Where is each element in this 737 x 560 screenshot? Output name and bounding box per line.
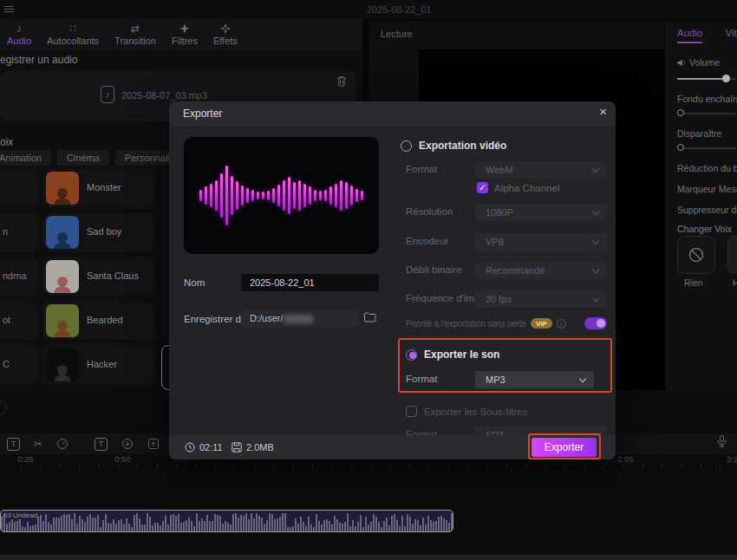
dialog-waveform bbox=[184, 137, 379, 254]
lossless-toggle[interactable] bbox=[584, 317, 607, 329]
lossless-priority-row: Priorité à l'exportation sans perte VIP … bbox=[406, 317, 607, 329]
encoder-label: Encodeur bbox=[406, 236, 448, 246]
video-export-radio-row[interactable]: Exportation vidéo bbox=[401, 140, 506, 152]
close-icon[interactable]: × bbox=[599, 104, 607, 119]
radio-unselected-icon[interactable] bbox=[401, 140, 412, 152]
chevron-down-icon bbox=[592, 238, 599, 244]
duration-meta: 02:11 bbox=[185, 442, 223, 453]
save-disk-icon bbox=[232, 442, 242, 453]
chevron-down-icon bbox=[592, 166, 599, 173]
checkbox-checked-icon[interactable]: ✓ bbox=[477, 182, 488, 193]
format-label: Format bbox=[406, 164, 437, 174]
vip-badge: VIP bbox=[531, 318, 552, 329]
folder-icon[interactable] bbox=[364, 312, 376, 322]
name-label: Nom bbox=[184, 277, 205, 288]
export-button[interactable]: Exporter bbox=[532, 438, 597, 457]
info-icon[interactable]: i bbox=[557, 319, 566, 329]
radio-selected-icon[interactable] bbox=[406, 349, 417, 361]
name-input[interactable] bbox=[241, 274, 379, 291]
app-window: 2025-08-22_01 ♪Audio ∷Autocollants ⇄Tran… bbox=[0, 0, 737, 560]
dialog-footer: 02:11 2.0MB Exporter bbox=[169, 435, 616, 459]
subtitle-export-row[interactable]: Exporter les Sous-titres bbox=[406, 406, 528, 417]
dialog-titlebar: Exporter × bbox=[169, 101, 616, 126]
checkbox-empty-icon[interactable] bbox=[406, 406, 417, 417]
clock-icon bbox=[185, 442, 195, 453]
audio-format-select[interactable]: MP3 bbox=[475, 371, 594, 388]
resolution-select[interactable]: 1080P bbox=[475, 204, 607, 221]
framerate-select[interactable]: 30 fps bbox=[475, 290, 607, 308]
filesize-meta: 2.0MB bbox=[232, 442, 274, 453]
audio-export-radio-row[interactable]: Exporter le son bbox=[406, 348, 499, 361]
chevron-down-icon bbox=[592, 295, 599, 302]
format-select[interactable]: WebM bbox=[475, 161, 607, 179]
chevron-down-icon bbox=[592, 208, 599, 215]
dialog-title: Exporter bbox=[183, 107, 222, 120]
save-path-input[interactable]: D:/user/ bbox=[241, 309, 360, 327]
bitrate-label: Débit binaire bbox=[406, 264, 462, 275]
encoder-select[interactable]: VP8 bbox=[475, 233, 607, 251]
alpha-channel-row[interactable]: ✓ Alpha Channel bbox=[477, 182, 559, 193]
audio-format-label: Format bbox=[406, 374, 437, 384]
export-dialog: Exporter × Nom Enregistrer dans D:/user/… bbox=[169, 101, 616, 459]
chevron-down-icon bbox=[592, 266, 599, 273]
chevron-down-icon bbox=[579, 375, 586, 382]
resolution-label: Résolution bbox=[406, 206, 453, 217]
bitrate-select[interactable]: Recommandé bbox=[475, 262, 607, 279]
censored-path bbox=[284, 315, 313, 323]
